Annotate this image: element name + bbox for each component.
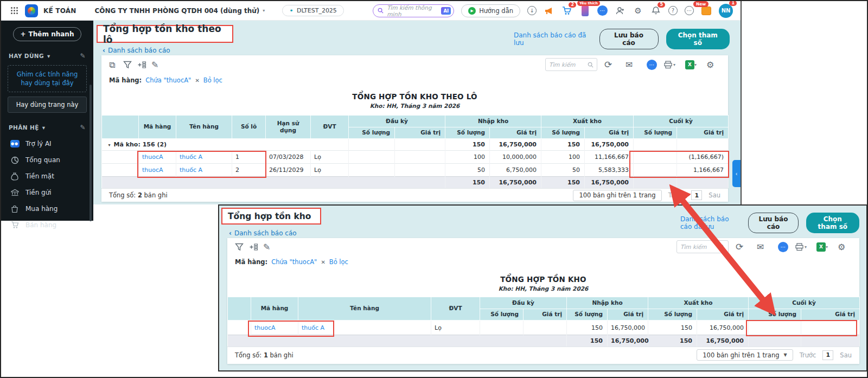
sub-header-value[interactable]: Giá trị <box>524 309 567 321</box>
col-header[interactable]: Mã hàng <box>139 116 176 139</box>
report-search-input[interactable]: Tìm kiếm <box>545 58 597 71</box>
prev-page-button[interactable]: Trước <box>800 351 816 359</box>
sub-header-value[interactable]: Giá trị <box>585 127 634 139</box>
help-icon[interactable]: ? <box>668 6 678 15</box>
excel-export-icon[interactable]: X▾ <box>816 242 831 252</box>
sub-header-qty[interactable]: Số lượng <box>349 127 395 139</box>
next-page-button[interactable]: Sau <box>840 351 852 359</box>
print-icon[interactable]: ▾ <box>795 243 809 251</box>
mail-icon[interactable]: ✉ <box>757 242 771 252</box>
collapse-caret-icon[interactable]: ▾ <box>108 143 111 148</box>
chat-icon[interactable]: ⋯ <box>597 5 608 16</box>
company-selector[interactable]: CÔNG TY TNHH PHÒNG QTDH 004 (dùng thử) ▾ <box>94 7 265 15</box>
clear-filter-link[interactable]: Bỏ lọc <box>203 76 222 84</box>
remove-filter-icon[interactable]: ✕ <box>195 78 199 84</box>
saved-reports-link[interactable]: Danh sách báo cáo đã lưu <box>680 215 741 230</box>
favorites-phone-icon[interactable]: Yêu thích <box>579 5 590 16</box>
edit-favorites-icon[interactable]: ✎ <box>80 52 86 60</box>
app-launcher-icon[interactable] <box>9 5 20 16</box>
edit-modules-icon[interactable]: ✎ <box>80 124 86 131</box>
table-row[interactable]: thuocA thuốc A 1 07/03/2028 Lọ 100 10,00… <box>102 151 729 164</box>
sub-header-qty[interactable]: Số lượng <box>634 127 677 139</box>
megaphone-icon[interactable] <box>544 5 554 16</box>
environment-badge[interactable]: • DLTEST_2025 <box>282 5 344 16</box>
section-modules[interactable]: PHÂN HỆ ▾ ✎ <box>1 124 93 131</box>
add-column-icon[interactable] <box>137 61 151 69</box>
col-header[interactable]: Tên hàng <box>176 116 232 139</box>
page-favorites-button[interactable]: Hay dùng trang này <box>8 97 87 113</box>
page-size-select[interactable]: 100 bản ghi trên 1 trang▼ <box>697 349 793 361</box>
sub-header-qty[interactable]: Số lượng <box>749 309 801 321</box>
section-favorites[interactable]: HAY DÙNG ▾ ✎ <box>1 52 93 60</box>
item-name-link[interactable]: thuốc A <box>298 321 431 335</box>
sub-header-value[interactable]: Giá trị <box>697 309 749 321</box>
group-row-warehouse[interactable]: ▾Mã kho: 156 (2) 150 16,750,000 150 16,7… <box>102 139 729 151</box>
report-search-input[interactable]: Tìm kiếm <box>676 240 729 253</box>
item-name-link[interactable]: thuốc A <box>176 164 232 177</box>
more-options-icon[interactable]: ⋯ <box>685 6 694 15</box>
filter-icon[interactable] <box>123 61 137 69</box>
table-row[interactable]: thuocA thuốc A Lọ 150 16,750,000 150 16,… <box>228 321 860 335</box>
prev-page-button[interactable]: Trước <box>668 191 685 199</box>
sub-header-value[interactable]: Giá trị <box>490 127 541 139</box>
clear-filter-link[interactable]: Bỏ lọc <box>329 258 348 266</box>
sidebar-item-cash[interactable]: Tiền mặt <box>1 168 93 184</box>
sub-header-value[interactable]: Giá trị <box>608 309 648 321</box>
remove-filter-icon[interactable]: ✕ <box>321 259 325 265</box>
sidebar-item-bank[interactable]: Tiền gửi <box>1 184 93 201</box>
sub-header-qty[interactable]: Số lượng <box>648 309 697 321</box>
refresh-icon[interactable]: ⟳ <box>736 241 750 252</box>
guide-button[interactable]: ▶ Hướng dẫn <box>461 4 520 17</box>
sub-header-qty[interactable]: Số lượng <box>480 309 524 321</box>
add-column-icon[interactable] <box>249 243 263 251</box>
gear-icon[interactable]: ⚙ <box>633 5 643 16</box>
page-size-select[interactable]: 100 bản ghi trên 1 trang <box>573 190 661 201</box>
filter-chip[interactable]: Chứa "thuocA" <box>271 258 317 266</box>
col-header[interactable]: ĐVT <box>431 297 480 321</box>
save-report-button[interactable]: Lưu báo cáo <box>599 29 659 49</box>
col-header[interactable]: Tên hàng <box>298 297 431 321</box>
feedback-chat-icon[interactable]: ⋯ <box>647 60 657 70</box>
col-header[interactable]: ĐVT <box>311 116 349 139</box>
save-report-button[interactable]: Lưu báo cáo <box>748 213 798 233</box>
item-name-link[interactable]: thuốc A <box>176 151 232 164</box>
sidebar-scrollbar[interactable] <box>90 85 92 221</box>
sub-header-value[interactable]: Giá trị <box>801 309 860 321</box>
item-code-link[interactable]: thuocA <box>139 164 176 177</box>
sub-header-value[interactable]: Giá trị <box>677 127 729 139</box>
whats-new-icon[interactable]: New <box>701 5 712 16</box>
user-avatar[interactable]: NN 1 <box>719 4 733 18</box>
edit-icon[interactable]: ✎ <box>263 242 277 252</box>
download-icon[interactable]: ↓ <box>527 6 537 15</box>
back-to-report-list-link[interactable]: ‹ Danh sách báo cáo <box>229 229 297 237</box>
choose-params-button[interactable]: Chọn tham số <box>806 213 859 233</box>
cart-icon[interactable]: 2 <box>561 5 572 16</box>
table-row[interactable]: thuocA thuốc A 2 26/11/2029 Lọ 50 6,750,… <box>102 164 729 177</box>
sidebar-item-overview[interactable]: Tổng quan <box>1 152 93 168</box>
edit-icon[interactable]: ✎ <box>151 60 165 70</box>
saved-reports-link[interactable]: Danh sách báo cáo đã lưu <box>514 31 592 47</box>
current-page[interactable]: 1 <box>822 350 833 360</box>
col-header[interactable]: Mã hàng <box>251 297 298 321</box>
sub-header-qty[interactable]: Số lượng <box>541 127 585 139</box>
sidebar-item-sales[interactable]: Bán hàng <box>1 217 93 233</box>
print-icon[interactable]: ▾ <box>664 61 678 69</box>
collapse-all-icon[interactable]: ⧉ <box>109 60 123 70</box>
side-panel-toggle[interactable]: ‹ <box>732 160 741 187</box>
smart-search-input[interactable]: Tìm kiếm thông minh AI <box>373 4 454 17</box>
col-header[interactable]: Hạn sử dụng <box>266 116 311 139</box>
item-code-link[interactable]: thuocA <box>251 321 298 335</box>
excel-export-icon[interactable]: X▾ <box>685 60 699 69</box>
bell-icon[interactable]: 5 <box>650 5 661 16</box>
table-settings-icon[interactable]: ⚙ <box>706 60 720 70</box>
item-code-link[interactable]: thuocA <box>139 151 176 164</box>
filter-chip[interactable]: Chứa "thuocA" <box>145 76 191 84</box>
add-user-icon[interactable] <box>615 5 626 16</box>
choose-params-button[interactable]: Chọn tham số <box>666 29 730 49</box>
refresh-icon[interactable]: ⟳ <box>604 59 618 70</box>
sub-header-value[interactable]: Giá trị <box>395 127 445 139</box>
table-settings-icon[interactable]: ⚙ <box>838 242 852 252</box>
sub-header-qty[interactable]: Số lượng <box>445 127 490 139</box>
mail-icon[interactable]: ✉ <box>626 60 640 70</box>
next-page-button[interactable]: Sau <box>709 191 720 199</box>
